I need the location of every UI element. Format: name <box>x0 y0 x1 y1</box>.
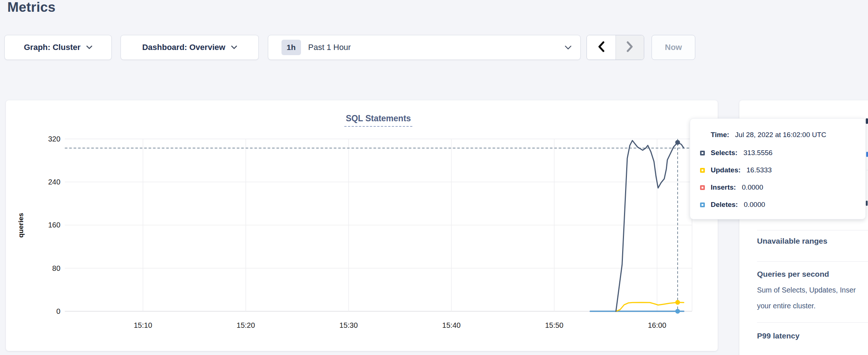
chart-hover-tooltip: Time: Jul 28, 2022 at 16:02:00 UTC Selec… <box>690 118 866 219</box>
time-range-label: Past 1 Hour <box>308 43 559 52</box>
svg-text:15:20: 15:20 <box>237 321 255 329</box>
chevron-down-icon <box>86 46 92 49</box>
inserts-series-swatch-icon <box>700 185 705 190</box>
sidebar-heading-queries-per-second: Queries per second <box>757 270 829 279</box>
svg-text:16:00: 16:00 <box>648 321 666 329</box>
svg-text:160: 160 <box>48 221 60 229</box>
sidebar-qps-description-line2: your entire cluster. <box>757 302 815 310</box>
tooltip-updates-value: 16.5333 <box>746 166 772 174</box>
updates-series-swatch-icon <box>700 168 705 173</box>
divider <box>757 322 868 323</box>
svg-text:15:10: 15:10 <box>134 321 152 329</box>
tooltip-inserts-label: Inserts: <box>711 183 736 191</box>
tooltip-updates-row: Updates: 16.5333 <box>700 165 772 175</box>
tooltip-time-row: Time: Jul 28, 2022 at 16:02:00 UTC <box>711 130 826 140</box>
divider <box>757 261 868 262</box>
tooltip-time-label: Time: <box>711 131 729 139</box>
svg-text:320: 320 <box>48 135 60 143</box>
tooltip-deletes-row: Deletes: 0.0000 <box>700 200 765 209</box>
sidebar-heading-unavailable-ranges: Unavailable ranges <box>757 237 827 245</box>
clipped-text-fragment <box>866 201 868 206</box>
svg-text:80: 80 <box>52 264 60 272</box>
tooltip-selects-row: Selects: 313.5556 <box>700 148 772 158</box>
dashboard-dropdown[interactable]: Dashboard: Overview <box>121 35 259 60</box>
svg-text:queries: queries <box>17 213 25 238</box>
tooltip-selects-label: Selects: <box>711 149 738 157</box>
svg-text:15:40: 15:40 <box>442 321 460 329</box>
chevron-right-icon <box>626 41 634 54</box>
tooltip-deletes-value: 0.0000 <box>744 201 765 209</box>
tooltip-updates-label: Updates: <box>711 166 740 174</box>
tooltip-time-value: Jul 28, 2022 at 16:02:00 UTC <box>735 131 826 139</box>
divider <box>757 230 868 230</box>
time-range-selector[interactable]: 1h Past 1 Hour <box>268 35 581 60</box>
graph-dropdown-label: Graph: Cluster <box>24 43 80 52</box>
svg-text:0: 0 <box>56 307 60 315</box>
clipped-text-fragment <box>866 118 868 124</box>
prev-time-button[interactable] <box>587 35 616 60</box>
sql-statements-chart-card: SQL Statements 08016024032015:1015:2015:… <box>6 100 718 351</box>
clipped-divider-fragment <box>866 170 868 171</box>
sidebar-heading-p99-latency: P99 latency <box>757 331 800 340</box>
tooltip-inserts-row: Inserts: 0.0000 <box>700 183 763 192</box>
tooltip-inserts-value: 0.0000 <box>742 183 763 191</box>
chevron-down-icon <box>565 46 571 50</box>
chevron-left-icon <box>598 41 605 54</box>
svg-text:240: 240 <box>48 178 60 186</box>
sidebar-qps-description-line1: Sum of Selects, Updates, Inser <box>757 286 856 294</box>
sql-statements-chart-plot[interactable]: 08016024032015:1015:2015:3015:4015:5016:… <box>6 100 718 351</box>
deletes-series-swatch-icon <box>700 202 705 207</box>
svg-text:15:30: 15:30 <box>340 321 358 329</box>
selects-series-swatch-icon <box>700 151 705 155</box>
now-button[interactable]: Now <box>652 35 695 60</box>
page-title: Metrics <box>7 0 55 16</box>
time-range-badge: 1h <box>281 40 301 55</box>
clipped-text-fragment <box>866 152 868 157</box>
graph-dropdown[interactable]: Graph: Cluster <box>4 35 112 60</box>
time-nav-group <box>587 35 644 60</box>
next-time-button[interactable] <box>616 35 644 60</box>
tooltip-deletes-label: Deletes: <box>711 201 738 209</box>
tooltip-selects-value: 313.5556 <box>743 149 772 157</box>
now-button-label: Now <box>665 43 682 52</box>
chevron-down-icon <box>231 46 237 49</box>
dashboard-dropdown-label: Dashboard: Overview <box>142 43 225 52</box>
svg-text:15:50: 15:50 <box>545 321 563 329</box>
